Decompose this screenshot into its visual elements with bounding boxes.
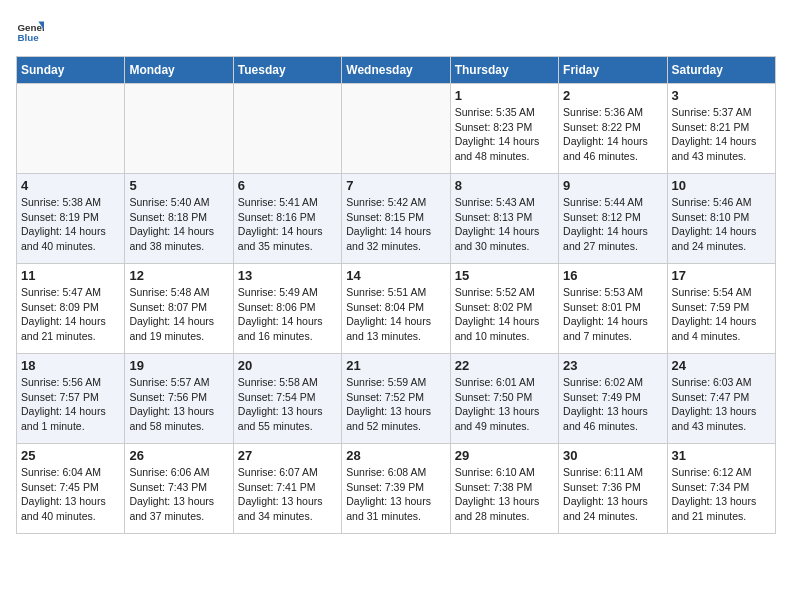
day-number: 17 xyxy=(672,268,771,283)
day-info: Sunrise: 6:12 AMSunset: 7:34 PMDaylight:… xyxy=(672,465,771,524)
calendar-cell: 8Sunrise: 5:43 AMSunset: 8:13 PMDaylight… xyxy=(450,174,558,264)
calendar-cell: 25Sunrise: 6:04 AMSunset: 7:45 PMDayligh… xyxy=(17,444,125,534)
calendar-cell: 22Sunrise: 6:01 AMSunset: 7:50 PMDayligh… xyxy=(450,354,558,444)
calendar-week-1: 1Sunrise: 5:35 AMSunset: 8:23 PMDaylight… xyxy=(17,84,776,174)
calendar-cell: 19Sunrise: 5:57 AMSunset: 7:56 PMDayligh… xyxy=(125,354,233,444)
day-info: Sunrise: 6:04 AMSunset: 7:45 PMDaylight:… xyxy=(21,465,120,524)
day-number: 15 xyxy=(455,268,554,283)
day-number: 2 xyxy=(563,88,662,103)
day-info: Sunrise: 5:46 AMSunset: 8:10 PMDaylight:… xyxy=(672,195,771,254)
calendar-cell: 20Sunrise: 5:58 AMSunset: 7:54 PMDayligh… xyxy=(233,354,341,444)
day-info: Sunrise: 6:10 AMSunset: 7:38 PMDaylight:… xyxy=(455,465,554,524)
day-number: 20 xyxy=(238,358,337,373)
day-number: 4 xyxy=(21,178,120,193)
day-info: Sunrise: 6:01 AMSunset: 7:50 PMDaylight:… xyxy=(455,375,554,434)
calendar-cell xyxy=(17,84,125,174)
calendar-cell: 27Sunrise: 6:07 AMSunset: 7:41 PMDayligh… xyxy=(233,444,341,534)
day-header-wednesday: Wednesday xyxy=(342,57,450,84)
calendar-cell: 10Sunrise: 5:46 AMSunset: 8:10 PMDayligh… xyxy=(667,174,775,264)
day-number: 12 xyxy=(129,268,228,283)
day-info: Sunrise: 5:57 AMSunset: 7:56 PMDaylight:… xyxy=(129,375,228,434)
calendar-week-3: 11Sunrise: 5:47 AMSunset: 8:09 PMDayligh… xyxy=(17,264,776,354)
day-number: 26 xyxy=(129,448,228,463)
day-number: 13 xyxy=(238,268,337,283)
day-info: Sunrise: 5:51 AMSunset: 8:04 PMDaylight:… xyxy=(346,285,445,344)
calendar-cell xyxy=(342,84,450,174)
svg-text:Blue: Blue xyxy=(17,32,39,43)
day-info: Sunrise: 5:59 AMSunset: 7:52 PMDaylight:… xyxy=(346,375,445,434)
day-number: 19 xyxy=(129,358,228,373)
calendar-table: SundayMondayTuesdayWednesdayThursdayFrid… xyxy=(16,56,776,534)
calendar-cell: 21Sunrise: 5:59 AMSunset: 7:52 PMDayligh… xyxy=(342,354,450,444)
day-number: 29 xyxy=(455,448,554,463)
day-number: 25 xyxy=(21,448,120,463)
calendar-cell: 2Sunrise: 5:36 AMSunset: 8:22 PMDaylight… xyxy=(559,84,667,174)
calendar-cell: 1Sunrise: 5:35 AMSunset: 8:23 PMDaylight… xyxy=(450,84,558,174)
day-info: Sunrise: 5:54 AMSunset: 7:59 PMDaylight:… xyxy=(672,285,771,344)
calendar-cell: 31Sunrise: 6:12 AMSunset: 7:34 PMDayligh… xyxy=(667,444,775,534)
day-info: Sunrise: 5:37 AMSunset: 8:21 PMDaylight:… xyxy=(672,105,771,164)
calendar-cell: 6Sunrise: 5:41 AMSunset: 8:16 PMDaylight… xyxy=(233,174,341,264)
day-number: 11 xyxy=(21,268,120,283)
day-number: 10 xyxy=(672,178,771,193)
calendar-body: 1Sunrise: 5:35 AMSunset: 8:23 PMDaylight… xyxy=(17,84,776,534)
header: General Blue xyxy=(16,16,776,44)
calendar-cell: 9Sunrise: 5:44 AMSunset: 8:12 PMDaylight… xyxy=(559,174,667,264)
calendar-cell: 7Sunrise: 5:42 AMSunset: 8:15 PMDaylight… xyxy=(342,174,450,264)
day-info: Sunrise: 6:03 AMSunset: 7:47 PMDaylight:… xyxy=(672,375,771,434)
day-number: 18 xyxy=(21,358,120,373)
logo-icon: General Blue xyxy=(16,16,44,44)
day-info: Sunrise: 5:38 AMSunset: 8:19 PMDaylight:… xyxy=(21,195,120,254)
calendar-cell xyxy=(125,84,233,174)
calendar-cell: 4Sunrise: 5:38 AMSunset: 8:19 PMDaylight… xyxy=(17,174,125,264)
calendar-cell: 13Sunrise: 5:49 AMSunset: 8:06 PMDayligh… xyxy=(233,264,341,354)
day-number: 16 xyxy=(563,268,662,283)
day-number: 1 xyxy=(455,88,554,103)
calendar-cell: 18Sunrise: 5:56 AMSunset: 7:57 PMDayligh… xyxy=(17,354,125,444)
calendar-cell: 30Sunrise: 6:11 AMSunset: 7:36 PMDayligh… xyxy=(559,444,667,534)
day-header-sunday: Sunday xyxy=(17,57,125,84)
day-info: Sunrise: 5:42 AMSunset: 8:15 PMDaylight:… xyxy=(346,195,445,254)
day-number: 30 xyxy=(563,448,662,463)
day-header-saturday: Saturday xyxy=(667,57,775,84)
day-number: 28 xyxy=(346,448,445,463)
day-number: 23 xyxy=(563,358,662,373)
day-header-monday: Monday xyxy=(125,57,233,84)
calendar-cell: 23Sunrise: 6:02 AMSunset: 7:49 PMDayligh… xyxy=(559,354,667,444)
day-info: Sunrise: 5:43 AMSunset: 8:13 PMDaylight:… xyxy=(455,195,554,254)
day-info: Sunrise: 6:07 AMSunset: 7:41 PMDaylight:… xyxy=(238,465,337,524)
day-number: 3 xyxy=(672,88,771,103)
day-header-friday: Friday xyxy=(559,57,667,84)
day-info: Sunrise: 5:56 AMSunset: 7:57 PMDaylight:… xyxy=(21,375,120,434)
day-info: Sunrise: 5:41 AMSunset: 8:16 PMDaylight:… xyxy=(238,195,337,254)
day-number: 14 xyxy=(346,268,445,283)
calendar-cell: 11Sunrise: 5:47 AMSunset: 8:09 PMDayligh… xyxy=(17,264,125,354)
calendar-cell: 12Sunrise: 5:48 AMSunset: 8:07 PMDayligh… xyxy=(125,264,233,354)
calendar-cell: 16Sunrise: 5:53 AMSunset: 8:01 PMDayligh… xyxy=(559,264,667,354)
calendar-header-row: SundayMondayTuesdayWednesdayThursdayFrid… xyxy=(17,57,776,84)
day-number: 24 xyxy=(672,358,771,373)
calendar-cell: 29Sunrise: 6:10 AMSunset: 7:38 PMDayligh… xyxy=(450,444,558,534)
day-info: Sunrise: 5:49 AMSunset: 8:06 PMDaylight:… xyxy=(238,285,337,344)
day-number: 8 xyxy=(455,178,554,193)
day-info: Sunrise: 5:36 AMSunset: 8:22 PMDaylight:… xyxy=(563,105,662,164)
day-info: Sunrise: 5:47 AMSunset: 8:09 PMDaylight:… xyxy=(21,285,120,344)
day-number: 21 xyxy=(346,358,445,373)
day-header-thursday: Thursday xyxy=(450,57,558,84)
day-info: Sunrise: 6:11 AMSunset: 7:36 PMDaylight:… xyxy=(563,465,662,524)
day-number: 22 xyxy=(455,358,554,373)
day-header-tuesday: Tuesday xyxy=(233,57,341,84)
day-info: Sunrise: 5:53 AMSunset: 8:01 PMDaylight:… xyxy=(563,285,662,344)
calendar-week-5: 25Sunrise: 6:04 AMSunset: 7:45 PMDayligh… xyxy=(17,444,776,534)
calendar-week-4: 18Sunrise: 5:56 AMSunset: 7:57 PMDayligh… xyxy=(17,354,776,444)
day-info: Sunrise: 5:58 AMSunset: 7:54 PMDaylight:… xyxy=(238,375,337,434)
day-number: 7 xyxy=(346,178,445,193)
calendar-cell: 5Sunrise: 5:40 AMSunset: 8:18 PMDaylight… xyxy=(125,174,233,264)
day-info: Sunrise: 5:40 AMSunset: 8:18 PMDaylight:… xyxy=(129,195,228,254)
day-number: 9 xyxy=(563,178,662,193)
day-info: Sunrise: 5:48 AMSunset: 8:07 PMDaylight:… xyxy=(129,285,228,344)
day-info: Sunrise: 5:35 AMSunset: 8:23 PMDaylight:… xyxy=(455,105,554,164)
day-info: Sunrise: 5:52 AMSunset: 8:02 PMDaylight:… xyxy=(455,285,554,344)
day-number: 27 xyxy=(238,448,337,463)
day-number: 5 xyxy=(129,178,228,193)
